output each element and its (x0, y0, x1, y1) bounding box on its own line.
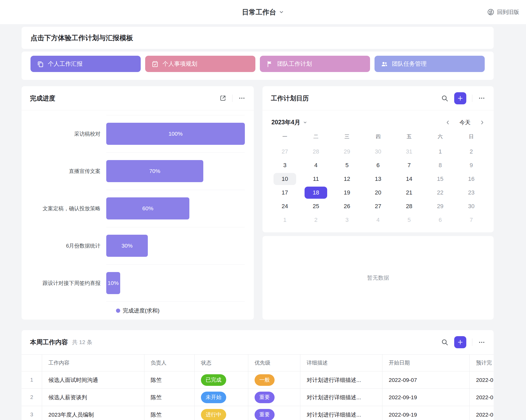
due-date-cell: 2022-0 (470, 371, 494, 388)
template-button-team-plan[interactable]: 团队工作计划 (260, 56, 370, 72)
calendar-day[interactable]: 17 (274, 187, 296, 199)
calendar-day[interactable]: 2 (305, 214, 327, 226)
owner-cell: 陈竺 (144, 389, 195, 406)
legend-dot-icon (116, 309, 120, 313)
calendar-day-cell: 17 (269, 186, 300, 199)
open-external-icon[interactable] (219, 95, 226, 102)
start-date-cell: 2022-09-07 (382, 371, 470, 388)
calendar-day-cell: 28 (300, 145, 331, 158)
chart-plot-area: 30% (106, 235, 245, 257)
table-row[interactable]: 2 候选人薪资谈判 陈竺 未开始 重要 对计划进行详细描述... 2022-09… (22, 389, 494, 406)
search-icon[interactable] (441, 339, 448, 346)
column-header[interactable]: 预计完 (470, 355, 494, 371)
column-header[interactable]: 负责人 (144, 355, 195, 371)
chart-row: 直播宣传文案 70% (22, 152, 254, 190)
record-count-label: 共 12 条 (72, 339, 92, 346)
column-header[interactable]: 开始日期 (382, 355, 470, 371)
calendar-day[interactable]: 8 (429, 159, 452, 171)
weekday-label: 一 (282, 131, 287, 143)
progress-bar-chart: 采访稿校对 100% 直播宣传文案 (22, 110, 254, 302)
calendar-day[interactable]: 20 (367, 187, 389, 199)
task-cell: 候选人薪资谈判 (42, 389, 144, 406)
calendar-day[interactable]: 18 (305, 187, 327, 199)
back-to-old-version-label: 回到旧版 (497, 8, 519, 16)
weekday-label: 三 (345, 131, 350, 143)
calendar-day[interactable]: 1 (274, 214, 296, 226)
calendar-day[interactable]: 28 (305, 146, 327, 158)
more-menu-icon[interactable] (478, 95, 485, 102)
chart-rows: 采访稿校对 100% 直播宣传文案 (22, 115, 254, 302)
chart-row: 文案定稿，确认投放策略 60% (22, 190, 254, 227)
calendar-day[interactable]: 29 (336, 146, 358, 158)
calendar-day[interactable]: 4 (367, 214, 389, 226)
calendar-day[interactable]: 11 (305, 173, 327, 185)
calendar-day[interactable]: 29 (429, 200, 452, 212)
column-header[interactable]: 详细描述 (300, 355, 382, 371)
calendar-day[interactable]: 26 (336, 200, 358, 212)
calendar-day-cell: 7 (394, 158, 425, 172)
template-button-team-tasks[interactable]: 团队任务管理 (375, 56, 485, 72)
calendar-day[interactable]: 25 (305, 200, 327, 212)
calendar-day[interactable]: 7 (398, 159, 421, 171)
template-button-personal-plan[interactable]: 个人事项规划 (145, 56, 255, 72)
calendar-day[interactable]: 12 (336, 173, 358, 185)
add-record-button[interactable] (454, 336, 466, 348)
calendar-card: 工作计划日历 (262, 86, 494, 232)
table-row[interactable]: 3 2023年度人员编制 陈竺 进行中 重要 对计划进行详细描述... 2022… (22, 406, 494, 420)
calendar-day[interactable]: 21 (398, 187, 421, 199)
calendar-day[interactable]: 30 (460, 200, 483, 212)
back-to-old-version-link[interactable]: 回到旧版 (487, 0, 519, 24)
calendar-day[interactable]: 15 (429, 173, 452, 185)
calendar-day[interactable]: 5 (398, 214, 421, 226)
calendar-day[interactable]: 27 (274, 146, 296, 158)
top-bar: 日常工作台 回到旧版 (0, 0, 526, 24)
more-menu-icon[interactable] (478, 339, 485, 346)
month-selector[interactable]: 2023年4月 (271, 118, 307, 126)
template-button-personal-report[interactable]: 个人工作汇报 (31, 56, 141, 72)
calendar-day[interactable]: 1 (429, 146, 452, 158)
calendar-day[interactable]: 19 (336, 187, 358, 199)
calendar-day[interactable]: 2 (460, 146, 483, 158)
calendar-day[interactable]: 3 (336, 214, 358, 226)
column-header[interactable]: 优先级 (248, 355, 300, 371)
start-date-cell: 2022-09-19 (382, 389, 470, 406)
template-button-label: 团队工作计划 (277, 60, 312, 68)
next-month-icon[interactable] (479, 120, 485, 125)
more-menu-icon[interactable] (238, 95, 245, 102)
calendar-day[interactable]: 30 (367, 146, 389, 158)
workspace-title-dropdown[interactable]: 日常工作台 (242, 8, 284, 17)
calendar-day[interactable]: 4 (305, 159, 327, 171)
column-header[interactable]: 工作内容 (42, 355, 144, 371)
column-header[interactable]: 状态 (195, 355, 248, 371)
legend-label: 完成进度(求和) (123, 307, 160, 314)
calendar-day[interactable]: 13 (367, 173, 389, 185)
calendar-day[interactable]: 9 (460, 159, 483, 171)
calendar-day[interactable]: 28 (398, 200, 421, 212)
calendar-day[interactable]: 6 (429, 214, 452, 226)
calendar-day[interactable]: 16 (460, 173, 483, 185)
calendar-day[interactable]: 10 (274, 173, 296, 185)
calendar-day-cell: 14 (394, 172, 425, 186)
chart-bar: 10% (106, 272, 120, 294)
calendar-day[interactable]: 3 (274, 159, 296, 171)
calendar-check-icon (151, 60, 159, 68)
calendar-day[interactable]: 14 (398, 173, 421, 185)
prev-month-icon[interactable] (445, 120, 451, 125)
today-button[interactable]: 今天 (459, 119, 471, 126)
calendar-day[interactable]: 31 (398, 146, 421, 158)
table-row[interactable]: 1 候选人面试时间沟通 陈竺 已完成 一般 对计划进行详细描述... 2022-… (22, 371, 494, 389)
calendar-day[interactable]: 27 (367, 200, 389, 212)
chart-legend[interactable]: 完成进度(求和) (22, 302, 254, 320)
calendar-day[interactable]: 24 (274, 200, 296, 212)
divider (232, 95, 232, 102)
add-event-button[interactable] (454, 92, 466, 104)
calendar-day[interactable]: 5 (336, 159, 358, 171)
calendar-day[interactable]: 7 (460, 214, 483, 226)
weekday-label: 日 (469, 131, 474, 143)
calendar-day-cell: 29 (425, 199, 456, 213)
calendar-day[interactable]: 23 (460, 187, 483, 199)
search-icon[interactable] (441, 95, 448, 102)
due-date-cell: 2022-0 (470, 406, 494, 420)
calendar-day[interactable]: 6 (367, 159, 389, 171)
calendar-day[interactable]: 22 (429, 187, 452, 199)
